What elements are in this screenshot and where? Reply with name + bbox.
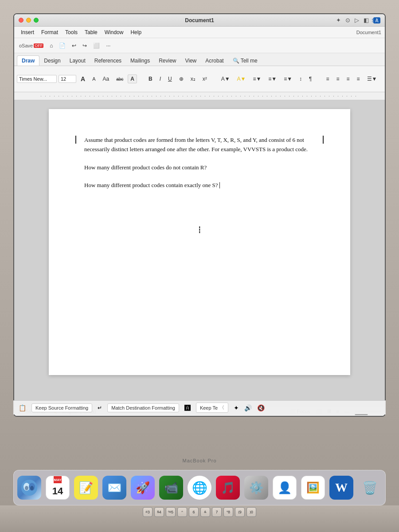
font-family-input[interactable]	[17, 75, 57, 83]
italic-btn[interactable]: I	[157, 74, 164, 83]
redo-btn[interactable]: ↪	[80, 41, 89, 50]
maximize-button[interactable]	[34, 18, 39, 23]
strikethrough-btn[interactable]: ⊕	[176, 74, 186, 83]
font-size-input[interactable]	[59, 75, 76, 83]
key-4[interactable]: $ 4	[154, 507, 164, 517]
paragraph-1: Assume that product codes are formed fro…	[84, 136, 315, 154]
key-3[interactable]: # 3	[143, 507, 153, 517]
tab-review[interactable]: Review	[154, 56, 180, 66]
menu-tools[interactable]: Tools	[62, 28, 81, 36]
key-7[interactable]: 7	[212, 507, 222, 517]
match-destination-btn[interactable]: Match Destination Formatting	[107, 403, 179, 412]
tab-layout[interactable]: Layout	[65, 56, 90, 66]
paragraph-spacing-btn[interactable]: ≡▼	[281, 74, 295, 83]
dock-finder[interactable]	[17, 476, 41, 500]
battery-icon: ◧	[364, 17, 369, 23]
laptop-frame: Document1 ✦ ⊙ ▷ ◧ A She Insert Format To…	[0, 0, 399, 532]
dock-mail[interactable]: ✉️	[102, 476, 126, 500]
line-spacing-btn[interactable]: ≡▼	[266, 74, 279, 83]
share-button[interactable]: She	[372, 18, 380, 23]
notes-icon-glyph: 📝	[79, 481, 93, 495]
dock-calendar[interactable]: MAY 14	[46, 476, 70, 500]
tab-mailings[interactable]: Mailings	[126, 56, 154, 66]
dock-chrome[interactable]: 🌐	[188, 476, 211, 500]
menu-format[interactable]: Format	[38, 28, 61, 36]
window-title: Document1	[185, 17, 214, 23]
dock-music[interactable]: 🎵	[216, 476, 240, 500]
key-amp[interactable]: &	[200, 507, 210, 517]
undo-btn[interactable]: ↩	[70, 41, 78, 50]
tab-design[interactable]: Design	[39, 56, 65, 66]
trash-icon-glyph: 🗑️	[362, 481, 378, 495]
ribbon: Draw Design Layout References Mailings R…	[14, 53, 385, 92]
save-label: oSave OFF	[17, 42, 46, 50]
align-right-btn[interactable]: ≡	[344, 74, 352, 83]
tab-draw[interactable]: Draw	[17, 55, 39, 66]
dock-facetime[interactable]: 📹	[159, 476, 183, 500]
if-cursor: ┇	[84, 226, 315, 234]
ruler-line	[41, 96, 358, 97]
font-grow-btn[interactable]: A	[78, 74, 88, 84]
underline-btn[interactable]: U	[165, 74, 175, 83]
font-shrink-btn[interactable]: A	[90, 75, 98, 83]
list-indent-btn[interactable]: ☰▼	[364, 74, 380, 83]
ribbon-tabs: Draw Design Layout References Mailings R…	[14, 53, 385, 66]
contacts-icon-glyph: 👤	[278, 481, 292, 495]
align-left-btn[interactable]: ≡	[324, 74, 332, 83]
cursor-left	[75, 136, 76, 144]
paste-arrow-icon: ↵	[98, 405, 102, 411]
align-group-btn[interactable]: A▼	[219, 74, 233, 83]
justify-btn[interactable]: ≡	[354, 74, 363, 83]
dock-settings[interactable]: ⚙️	[244, 476, 268, 500]
subscript-btn[interactable]: x₂	[188, 74, 198, 83]
key-5[interactable]: % 5	[166, 507, 176, 517]
dock-launchpad[interactable]: 🚀	[131, 476, 155, 500]
macbook-label: MacBook Pro	[182, 458, 216, 463]
menu-help[interactable]: Help	[127, 28, 145, 36]
tab-references[interactable]: References	[90, 56, 126, 66]
key-paren-open[interactable]: ( 9	[235, 507, 245, 517]
show-formatting-btn[interactable]: ¶	[306, 74, 314, 83]
align-center-btn[interactable]: ≡	[334, 74, 342, 83]
tab-view[interactable]: View	[180, 56, 201, 66]
close-button[interactable]	[19, 18, 23, 23]
document-btn[interactable]: 📄	[57, 41, 68, 50]
dock: MAY 14 📝 ✉️ 🚀 📹 🌐 🎵 ⚙️	[13, 470, 386, 505]
tab-tell-me[interactable]: 🔍 Tell me	[228, 56, 262, 66]
paragraph-2: How many different product codes do not …	[84, 163, 315, 172]
key-paren-close[interactable]: ) 0	[246, 507, 256, 517]
home-btn[interactable]: ⌂	[47, 41, 55, 50]
launchpad-icon-glyph: 🚀	[136, 481, 150, 495]
dock-notes[interactable]: 📝	[74, 476, 98, 500]
paragraph-indent-btn[interactable]: ≡▼	[250, 74, 264, 83]
more-btn[interactable]: ···	[104, 41, 113, 50]
keep-source-btn[interactable]: Keep Source Formatting	[31, 403, 92, 412]
text-effects-btn[interactable]: A	[128, 74, 137, 83]
chrome-icon-glyph: 🌐	[192, 481, 207, 495]
dock-word[interactable]: W	[329, 476, 353, 500]
menu-insert[interactable]: Insert	[18, 28, 37, 36]
abc-btn[interactable]: abc	[113, 75, 126, 83]
key-6[interactable]: 6	[189, 507, 199, 517]
superscript-btn[interactable]: x²	[200, 74, 210, 83]
menu-table[interactable]: Table	[82, 28, 101, 36]
minimize-button[interactable]	[26, 18, 31, 23]
doc-page[interactable]: Assume that product codes are formed fro…	[49, 109, 350, 375]
ribbon-content: A A Aa abc A B I U ⊕ x₂ x²	[14, 66, 385, 92]
key-caret[interactable]: ^	[177, 507, 187, 517]
cursor-right	[323, 136, 324, 144]
dock-contacts[interactable]: 👤	[273, 476, 297, 500]
dock-photos[interactable]: 🖼️	[301, 476, 325, 500]
sort-btn[interactable]: ↕	[297, 74, 305, 83]
bold-btn[interactable]: B	[146, 74, 155, 83]
keep-text-btn[interactable]: Keep Te 〈	[196, 403, 228, 413]
dock-trash[interactable]: 🗑️	[358, 476, 382, 500]
key-asterisk[interactable]: * 8	[223, 507, 233, 517]
tab-acrobat[interactable]: Acrobat	[201, 56, 228, 66]
clipboard-btn[interactable]: ⬜	[91, 41, 102, 50]
facetime-icon-glyph: 📹	[164, 481, 178, 495]
aa-btn[interactable]: Aa	[100, 74, 112, 83]
menu-window[interactable]: Window	[102, 28, 127, 36]
highlight-btn[interactable]: A▼	[235, 74, 249, 83]
doc-content-area[interactable]: Assume that product codes are formed fro…	[14, 100, 385, 406]
